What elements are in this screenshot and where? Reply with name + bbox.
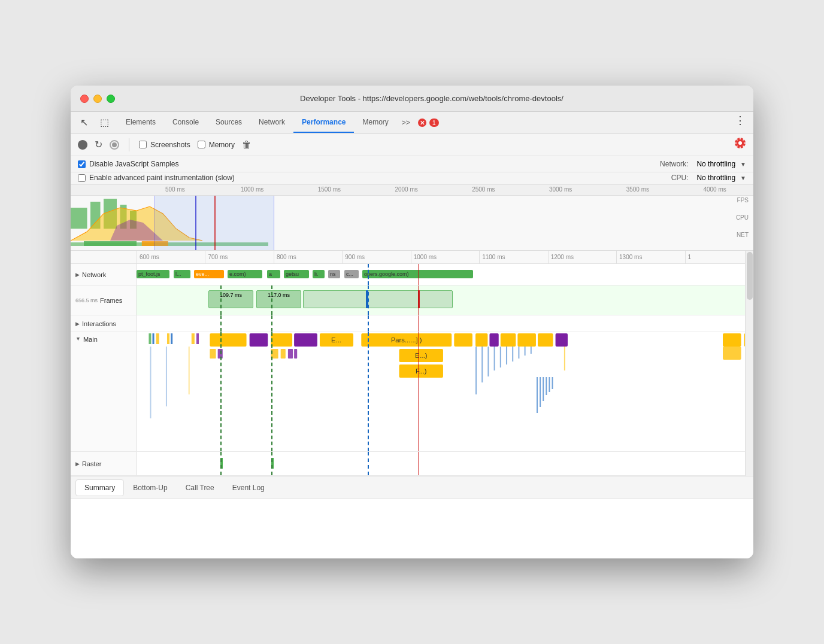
svg-rect-44 bbox=[288, 349, 293, 359]
network-bar-4[interactable]: a bbox=[267, 270, 280, 278]
ztick-2: 800 ms bbox=[274, 251, 342, 263]
enable-paint-option[interactable]: Enable advanced paint instrumentation (s… bbox=[78, 174, 235, 182]
more-options-button[interactable]: ⋮ bbox=[732, 112, 749, 129]
frames-track-label[interactable]: 656.5 ms Frames bbox=[71, 285, 137, 315]
frames-track-content[interactable]: 109.7 ms 117.0 ms bbox=[137, 285, 753, 315]
interactions-expand-icon: ▶ bbox=[75, 321, 80, 327]
network-bar-7[interactable]: ns bbox=[328, 270, 340, 278]
clear-button[interactable]: 🗑 bbox=[242, 139, 252, 150]
frame-bar-1[interactable]: 109.7 ms bbox=[208, 290, 253, 308]
zoomed-ruler: 600 ms 700 ms 800 ms 900 ms 1000 ms 1100… bbox=[71, 251, 753, 264]
tab-console[interactable]: Console bbox=[164, 112, 207, 133]
main-track-content[interactable]: E... Pars......] ) bbox=[137, 332, 753, 451]
maximize-button[interactable] bbox=[107, 95, 115, 103]
frame-blue-bar bbox=[366, 290, 368, 308]
main-track-label[interactable]: ▼ Main bbox=[71, 332, 137, 451]
tab-sources[interactable]: Sources bbox=[207, 112, 250, 133]
network-bar-2[interactable]: eve... bbox=[194, 270, 224, 278]
interactions-track-content[interactable] bbox=[137, 315, 753, 332]
svg-rect-18 bbox=[196, 333, 199, 344]
scrollbar-thumb[interactable] bbox=[747, 252, 753, 300]
overview-ruler: 500 ms 1000 ms 1500 ms 2000 ms 2500 ms 3… bbox=[71, 185, 753, 196]
close-button[interactable] bbox=[80, 95, 89, 103]
network-bar-0[interactable]: pt_foot.js bbox=[137, 270, 169, 278]
svg-rect-19 bbox=[210, 333, 246, 347]
memory-checkbox[interactable] bbox=[198, 141, 205, 148]
svg-rect-40 bbox=[210, 349, 216, 359]
screenshots-checkbox[interactable] bbox=[139, 141, 147, 148]
svg-rect-58 bbox=[531, 347, 532, 354]
raster-track-label[interactable]: ▶ Raster bbox=[71, 452, 137, 475]
ztick-8: 1 bbox=[685, 251, 753, 263]
network-bar-1[interactable]: l... bbox=[174, 270, 190, 278]
interactions-track-label[interactable]: ▶ Interactions bbox=[71, 315, 137, 332]
svg-rect-43 bbox=[281, 349, 286, 359]
ztick-3: 900 ms bbox=[342, 251, 410, 263]
main-perf-area: 600 ms 700 ms 800 ms 900 ms 1000 ms 1100… bbox=[71, 251, 753, 476]
network-bar-5[interactable]: getsu bbox=[284, 270, 309, 278]
svg-rect-14 bbox=[156, 333, 159, 344]
green-vline-int-1 bbox=[220, 315, 222, 332]
svg-rect-56 bbox=[518, 347, 519, 359]
raster-track: ▶ Raster bbox=[71, 452, 753, 476]
frames-label: Frames bbox=[100, 297, 122, 304]
minimize-button[interactable] bbox=[93, 95, 102, 103]
network-track: ▶ Network pt_foot.js l... eve... e.com) … bbox=[71, 264, 753, 285]
reload-button[interactable]: ↻ bbox=[95, 139, 102, 150]
device-mode-button[interactable]: ⬚ bbox=[96, 114, 113, 131]
cpu-dropdown-arrow[interactable]: ▼ bbox=[740, 175, 746, 181]
disable-js-samples-option[interactable]: Disable JavaScript Samples bbox=[78, 160, 178, 168]
ruler-tick-6: 3500 ms bbox=[599, 185, 677, 195]
network-bar-8[interactable]: c... bbox=[344, 270, 359, 278]
stop-button[interactable] bbox=[110, 140, 119, 150]
svg-rect-31 bbox=[517, 333, 536, 347]
error-count[interactable]: 1 bbox=[429, 119, 439, 127]
frame-bar-3[interactable] bbox=[303, 290, 453, 308]
tab-elements[interactable]: Elements bbox=[117, 112, 164, 133]
svg-rect-49 bbox=[475, 347, 477, 394]
tab-overflow[interactable]: >> bbox=[397, 112, 415, 133]
error-area: ✕ 1 bbox=[417, 112, 439, 133]
screenshots-option[interactable]: Screenshots bbox=[139, 141, 190, 149]
svg-rect-12 bbox=[149, 333, 151, 344]
network-bar-6[interactable]: li. bbox=[313, 270, 325, 278]
record-button[interactable] bbox=[78, 140, 87, 150]
network-track-label[interactable]: ▶ Network bbox=[71, 264, 137, 285]
ruler-tick-5: 3000 ms bbox=[522, 185, 599, 195]
green-vline-int-2 bbox=[271, 315, 272, 332]
tab-network[interactable]: Network bbox=[250, 112, 293, 133]
tab-bottom-up[interactable]: Bottom-Up bbox=[124, 479, 176, 496]
svg-rect-61 bbox=[543, 377, 544, 401]
tab-event-log[interactable]: Event Log bbox=[223, 479, 274, 496]
frame-bar-2[interactable]: 117.0 ms bbox=[256, 290, 301, 308]
network-dropdown-arrow[interactable]: ▼ bbox=[740, 161, 746, 168]
svg-rect-27 bbox=[454, 333, 472, 347]
ruler-tick-4: 2500 ms bbox=[445, 185, 522, 195]
disable-js-samples-checkbox[interactable] bbox=[78, 160, 86, 168]
tab-memory[interactable]: Memory bbox=[354, 112, 396, 133]
memory-option[interactable]: Memory bbox=[198, 141, 235, 149]
cpu-throttle-select: CPU: No throttling ▼ bbox=[671, 174, 746, 182]
cursor-tool-button[interactable]: ↖ bbox=[75, 114, 92, 131]
ztick-4: 1000 ms bbox=[411, 251, 479, 263]
network-bar-3[interactable]: e.com) bbox=[228, 270, 262, 278]
network-track-content[interactable]: pt_foot.js l... eve... e.com) a getsu li… bbox=[137, 264, 753, 285]
fps-label: FPS bbox=[736, 197, 749, 203]
blue-vline-interactions bbox=[368, 315, 369, 332]
svg-rect-53 bbox=[500, 347, 501, 367]
frames-ms-label: 656.5 ms bbox=[75, 297, 98, 303]
svg-rect-20 bbox=[250, 333, 268, 347]
tab-summary[interactable]: Summary bbox=[75, 479, 124, 496]
raster-track-content[interactable] bbox=[137, 452, 753, 475]
enable-paint-checkbox[interactable] bbox=[78, 174, 86, 182]
network-expand-icon: ▶ bbox=[75, 272, 80, 278]
settings-button[interactable] bbox=[734, 137, 746, 152]
svg-rect-51 bbox=[487, 347, 489, 376]
svg-rect-66 bbox=[723, 347, 741, 360]
scrollbar[interactable] bbox=[745, 251, 753, 476]
svg-rect-59 bbox=[537, 377, 538, 413]
timeline-overview[interactable]: 500 ms 1000 ms 1500 ms 2000 ms 2500 ms 3… bbox=[71, 185, 753, 251]
tab-call-tree[interactable]: Call Tree bbox=[177, 479, 223, 496]
ruler-tick-3: 2000 ms bbox=[368, 185, 445, 195]
tab-performance[interactable]: Performance bbox=[293, 112, 354, 133]
